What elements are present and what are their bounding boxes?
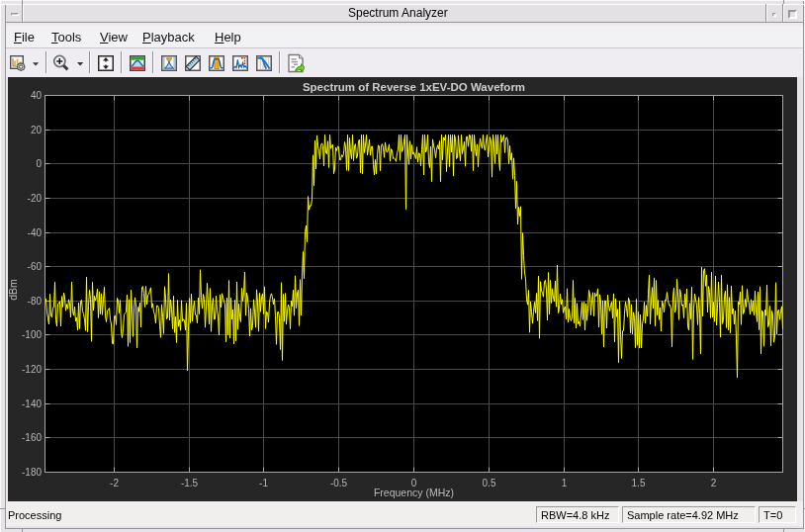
svg-text:-80: -80 [28, 296, 43, 307]
svg-text:Frequency (MHz): Frequency (MHz) [374, 487, 454, 498]
svg-text:20: 20 [31, 125, 43, 135]
svg-text:0.5: 0.5 [483, 478, 496, 488]
svg-text:0: 0 [36, 158, 42, 169]
svg-text:-0.5: -0.5 [330, 478, 348, 488]
svg-text:1.5: 1.5 [632, 478, 646, 488]
svg-text:-1: -1 [259, 478, 268, 488]
svg-text:-40: -40 [28, 227, 43, 238]
svg-text:-100: -100 [22, 329, 42, 340]
svg-text:-1.5: -1.5 [181, 478, 199, 488]
svg-text:-2: -2 [110, 478, 119, 488]
svg-text:-120: -120 [22, 364, 42, 375]
svg-text:-160: -160 [22, 432, 42, 443]
svg-text:-20: -20 [28, 193, 43, 204]
svg-text:-140: -140 [22, 399, 42, 409]
svg-text:1: 1 [562, 478, 568, 488]
svg-text:-180: -180 [22, 467, 42, 478]
svg-text:2: 2 [711, 478, 717, 488]
svg-text:-60: -60 [28, 261, 43, 272]
